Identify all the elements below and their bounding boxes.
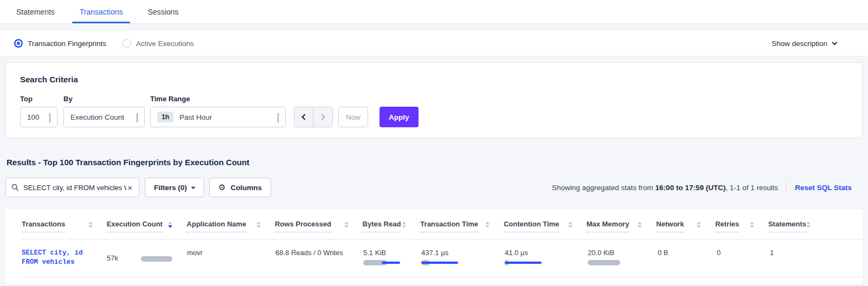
column-header-network[interactable]: Network <box>656 220 715 232</box>
search-criteria-title: Search Criteria <box>20 75 848 84</box>
top-select-value: 100 <box>27 113 40 121</box>
cell-execution-count: 57k <box>107 248 187 267</box>
reset-sql-stats-link[interactable]: Reset SQL Stats <box>795 184 852 192</box>
filter-row: × Filters (0) ⚙ Columns Showing aggregat… <box>5 178 863 197</box>
cell-transaction-time: 437.1 µs <box>421 248 505 267</box>
chevron-left-icon <box>301 114 307 120</box>
sort-desc-icon[interactable] <box>168 222 172 228</box>
column-header-statements[interactable]: Statements <box>768 220 863 232</box>
sort-icon[interactable] <box>402 222 406 228</box>
radio-active-executions-label: Active Executions <box>136 40 194 48</box>
cell-max-memory: 20.0 KiB <box>588 248 658 267</box>
cell-transaction-fingerprint: SELECT city, id FROM vehicles <box>22 248 107 267</box>
filters-label: Filters (0) <box>154 184 187 192</box>
sort-icon[interactable] <box>638 222 642 228</box>
transactions-table: Transactions Execution Count Application… <box>5 209 863 284</box>
sort-icon[interactable] <box>88 222 93 228</box>
tab-sessions[interactable]: Sessions <box>139 0 187 23</box>
radio-selected-icon[interactable] <box>14 39 23 48</box>
vertical-divider <box>786 180 787 194</box>
sort-icon[interactable] <box>568 222 573 228</box>
bytes-read-bar <box>363 260 401 265</box>
contention-time-value: 41.0 µs <box>505 249 588 257</box>
max-memory-value: 20.0 KiB <box>588 249 658 257</box>
chevron-down-icon <box>191 185 195 188</box>
execution-count-value: 57k <box>107 254 118 262</box>
sort-icon[interactable] <box>697 222 701 228</box>
tab-transactions[interactable]: Transactions <box>71 0 132 23</box>
top-field: Top 100 <box>20 95 57 127</box>
top-select[interactable]: 100 <box>20 107 57 127</box>
cell-application-name: movr <box>187 248 275 267</box>
contention-time-bar <box>505 260 543 265</box>
cell-statements: 1 <box>770 248 863 267</box>
cell-rows-processed: 68.8 Reads / 0 Writes <box>275 248 363 267</box>
top-label: Top <box>20 95 57 103</box>
previous-time-button[interactable] <box>294 107 313 127</box>
search-icon <box>11 184 19 191</box>
tab-statements[interactable]: Statements <box>8 0 63 23</box>
chevron-right-icon <box>319 114 325 120</box>
column-header-retries[interactable]: Retries <box>715 220 768 232</box>
transaction-time-value: 437.1 µs <box>421 249 505 257</box>
sort-icon[interactable] <box>344 222 349 228</box>
by-select-value: Execution Count <box>70 113 124 121</box>
time-range-value: Past Hour <box>179 113 212 121</box>
column-header-contention-time[interactable]: Contention Time <box>504 220 587 232</box>
sort-icon[interactable] <box>806 222 811 228</box>
aggregated-stats-text: Showing aggregated stats from 16:00 to 1… <box>552 184 778 192</box>
radio-unselected-icon[interactable] <box>123 39 131 48</box>
sort-icon[interactable] <box>256 222 261 228</box>
bytes-read-value: 5.1 KiB <box>363 249 421 257</box>
chevron-down-icon <box>278 113 279 122</box>
sort-icon[interactable] <box>750 222 754 228</box>
column-header-transactions[interactable]: Transactions <box>22 220 107 232</box>
view-toggle-row: Transaction Fingerprints Active Executio… <box>0 31 868 56</box>
chevron-down-icon <box>49 113 50 122</box>
cell-retries: 0 <box>717 248 770 267</box>
cell-network: 0 B <box>658 248 717 267</box>
column-header-execution-count[interactable]: Execution Count <box>107 220 187 232</box>
table-row: SELECT city, id FROM vehicles 57k movr 6… <box>22 239 863 277</box>
column-header-application-name[interactable]: Application Name <box>187 220 275 232</box>
stats-area: Showing aggregated stats from 16:00 to 1… <box>552 180 863 194</box>
table-header-row: Transactions Execution Count Application… <box>22 209 863 239</box>
search-criteria-card: Search Criteria Top 100 By Execution Cou… <box>5 62 863 138</box>
show-description-label: Show description <box>771 40 827 48</box>
by-select[interactable]: Execution Count <box>63 107 145 127</box>
time-range-label: Time Range <box>150 95 286 103</box>
radio-fingerprints-label: Transaction Fingerprints <box>28 40 106 48</box>
column-header-transaction-time[interactable]: Transaction Time <box>420 220 504 232</box>
time-range-select[interactable]: 1h Past Hour <box>150 107 286 127</box>
columns-button[interactable]: ⚙ Columns <box>209 178 271 197</box>
by-field: By Execution Count <box>63 95 145 127</box>
sort-icon[interactable] <box>485 222 490 228</box>
time-range-pager <box>294 107 333 127</box>
show-description-toggle[interactable]: Show description <box>771 40 837 48</box>
column-header-rows-processed[interactable]: Rows Processed <box>275 220 363 232</box>
cell-contention-time: 41.0 µs <box>505 248 588 267</box>
stats-time-range: 16:00 to 17:59 (UTC) <box>655 184 726 192</box>
by-label: By <box>63 95 145 103</box>
chevron-down-icon <box>137 113 138 122</box>
execution-count-bar <box>141 256 172 262</box>
column-header-max-memory[interactable]: Max Memory <box>587 220 657 232</box>
radio-active-executions[interactable]: Active Executions <box>123 39 194 48</box>
now-button[interactable]: Now <box>338 107 368 127</box>
search-box[interactable]: × <box>5 178 139 197</box>
clear-search-icon[interactable]: × <box>126 184 133 192</box>
column-header-bytes-read[interactable]: Bytes Read <box>363 220 421 232</box>
chevron-down-icon <box>832 40 838 45</box>
time-range-field: Time Range 1h Past Hour <box>150 95 286 127</box>
next-time-button[interactable] <box>313 107 332 127</box>
filters-button[interactable]: Filters (0) <box>145 178 204 197</box>
time-range-badge: 1h <box>157 112 173 122</box>
apply-button[interactable]: Apply <box>380 107 419 127</box>
search-input[interactable] <box>23 184 126 192</box>
transaction-fingerprint-link[interactable]: SELECT city, id FROM vehicles <box>22 249 107 267</box>
cell-bytes-read: 5.1 KiB <box>363 248 421 267</box>
results-heading: Results - Top 100 Transaction Fingerprin… <box>7 158 868 167</box>
radio-transaction-fingerprints[interactable]: Transaction Fingerprints <box>14 39 106 48</box>
columns-label: Columns <box>230 184 262 192</box>
max-memory-bar <box>588 260 626 265</box>
